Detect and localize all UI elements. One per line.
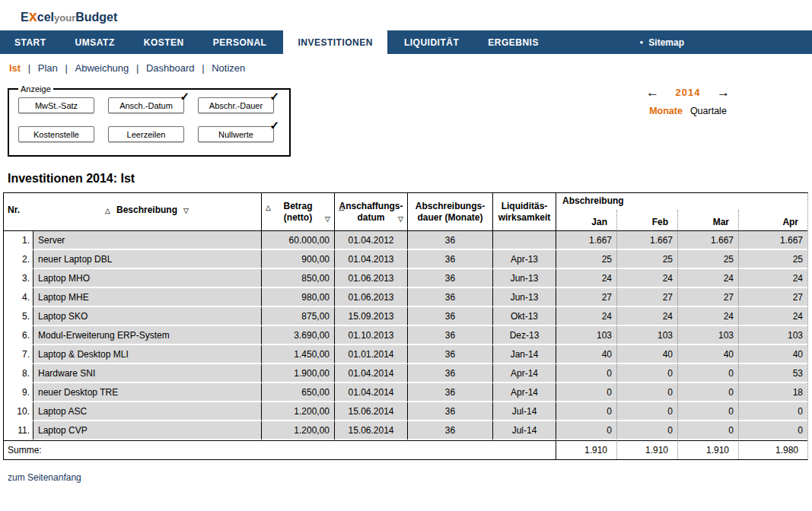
cell-monatswert-jan: 40 bbox=[556, 345, 616, 364]
cell-monatswert-feb: 0 bbox=[616, 383, 677, 402]
table-row: 6. Modul-Erweiterung ERP-System 3.690,00… bbox=[4, 326, 807, 345]
logo-part-e: E bbox=[21, 11, 29, 24]
table-row: 3. Laptop MHO 850,00 01.06.2013 36 Jun-1… bbox=[4, 269, 807, 288]
summe-feb: 1.910 bbox=[616, 440, 677, 459]
cell-anschaffungsdatum: 01.10.2013 bbox=[334, 326, 407, 345]
check-icon: ✓ bbox=[269, 119, 279, 132]
cell-monatswert-mar: 1.667 bbox=[677, 231, 738, 250]
cell-beschreibung: neuer Laptop DBL bbox=[33, 250, 261, 269]
view-monate[interactable]: Monate bbox=[649, 106, 683, 116]
row-number: 7. bbox=[4, 345, 33, 364]
back-to-top-link[interactable]: zum Seitenanfang bbox=[8, 472, 81, 483]
subnav-dashboard[interactable]: Dashboard bbox=[146, 62, 195, 74]
table-row: 5. Laptop SKO 875,00 15.09.2013 36 Okt-1… bbox=[4, 307, 807, 326]
cell-monatswert-apr: 0 bbox=[738, 421, 807, 440]
cell-monatswert-feb: 1.667 bbox=[616, 231, 677, 250]
cell-anschaffungsdatum: 01.04.2014 bbox=[334, 364, 407, 383]
sort-asc-icon[interactable]: △ bbox=[105, 207, 110, 214]
subnav-ist[interactable]: Ist bbox=[9, 62, 21, 74]
cell-betrag: 1.450,00 bbox=[261, 345, 334, 364]
subnav-plan[interactable]: Plan bbox=[38, 62, 58, 74]
tab-umsatz[interactable]: UMSATZ bbox=[63, 30, 127, 54]
cell-abschreibungsdauer: 36 bbox=[407, 269, 492, 288]
toggle-mwst-satz[interactable]: MwSt.-Satz bbox=[18, 97, 94, 113]
row-number: 3. bbox=[4, 269, 33, 288]
tab-investitionen[interactable]: INVESTITIONEN bbox=[283, 30, 387, 54]
summe-jan: 1.910 bbox=[556, 440, 616, 459]
summe-row: Summe: 1.910 1.910 1.910 1.980 bbox=[4, 440, 807, 459]
tab-liquiditaet[interactable]: LIQUIDITÄT bbox=[392, 30, 471, 54]
summe-mar: 1.910 bbox=[677, 440, 738, 459]
logo-part-budget: Budget bbox=[75, 11, 117, 24]
sort-desc-icon[interactable]: ▽ bbox=[325, 214, 330, 225]
separator: | bbox=[65, 62, 67, 74]
cell-abschreibungsdauer: 36 bbox=[407, 307, 492, 326]
separator: | bbox=[202, 62, 204, 74]
anzeige-legend: Anzeige bbox=[18, 84, 53, 94]
row-number: 5. bbox=[4, 307, 33, 326]
cell-monatswert-mar: 0 bbox=[677, 383, 738, 402]
cell-monatswert-apr: 53 bbox=[738, 364, 807, 383]
page-title: Investitionen 2014: Ist bbox=[8, 172, 812, 186]
view-quartale[interactable]: Quartale bbox=[690, 106, 727, 116]
separator: | bbox=[28, 62, 30, 74]
cell-beschreibung: Laptop MHE bbox=[33, 288, 261, 307]
toggle-nullwerte[interactable]: Nullwerte bbox=[198, 126, 274, 142]
sort-desc-icon[interactable]: ▽ bbox=[183, 207, 189, 214]
cell-betrag: 3.690,00 bbox=[261, 326, 334, 345]
table-row: 10. Laptop ASC 1.200,00 15.06.2014 36 Ju… bbox=[4, 402, 807, 421]
header-month-apr: Apr bbox=[738, 210, 807, 231]
table-row: 7. Laptop & Desktop MLI 1.450,00 01.01.2… bbox=[4, 345, 807, 364]
cell-betrag: 980,00 bbox=[261, 288, 334, 307]
sort-desc-icon[interactable]: ▽ bbox=[398, 214, 403, 225]
header-anschaffungsdatum: △Anschaffungs- datum▽ bbox=[334, 193, 407, 231]
header-liquiditaetswirksamkeit: Liquiditäs- wirksamkeit bbox=[492, 193, 556, 231]
header-anschaffung-line2: datum bbox=[358, 212, 385, 223]
cell-monatswert-feb: 24 bbox=[616, 269, 677, 288]
cell-monatswert-feb: 103 bbox=[616, 326, 677, 345]
toggle-ansch-datum[interactable]: Ansch.-Datum bbox=[108, 97, 184, 113]
cell-monatswert-feb: 25 bbox=[616, 250, 677, 269]
cell-monatswert-jan: 25 bbox=[556, 250, 616, 269]
subnav-notizen[interactable]: Notizen bbox=[212, 62, 245, 74]
cell-monatswert-apr: 0 bbox=[738, 402, 807, 421]
row-number: 9. bbox=[4, 383, 33, 402]
period-selector: ← 2014 → Monate Quartale bbox=[646, 86, 730, 116]
tab-personal[interactable]: PERSONAL bbox=[201, 30, 279, 54]
row-number: 2. bbox=[4, 250, 33, 269]
cell-betrag: 1.900,00 bbox=[261, 364, 334, 383]
cell-liquiditaetswirksamkeit bbox=[492, 231, 556, 250]
header-month-feb: Feb bbox=[616, 210, 677, 231]
header-dauer-line2: dauer (Monate) bbox=[408, 212, 492, 224]
cell-abschreibungsdauer: 36 bbox=[407, 421, 492, 440]
bullet-icon: ● bbox=[639, 40, 643, 46]
header-betrag-line2: (netto) bbox=[284, 212, 312, 223]
sitemap-link[interactable]: ● Sitemap bbox=[639, 30, 684, 54]
cell-monatswert-apr: 18 bbox=[738, 383, 807, 402]
subnav-abweichung[interactable]: Abweichung bbox=[75, 62, 129, 74]
cell-abschreibungsdauer: 36 bbox=[407, 326, 492, 345]
next-year-arrow[interactable]: → bbox=[717, 86, 730, 99]
check-icon: ✓ bbox=[269, 90, 279, 103]
cell-betrag: 60.000,00 bbox=[261, 231, 334, 250]
row-number: 1. bbox=[4, 231, 33, 250]
tab-start[interactable]: START bbox=[2, 30, 59, 54]
header-anschaffung-line1: Anschaffungs- bbox=[339, 201, 403, 211]
cell-liquiditaetswirksamkeit: Apr-14 bbox=[492, 383, 556, 402]
tab-ergebnis[interactable]: ERGEBNIS bbox=[476, 30, 551, 54]
prev-year-arrow[interactable]: ← bbox=[646, 86, 659, 99]
tab-kosten[interactable]: KOSTEN bbox=[132, 30, 196, 54]
toggle-leerzeilen[interactable]: Leerzeilen bbox=[108, 126, 184, 142]
header-dauer-line1: Abschreibungs- bbox=[408, 201, 492, 212]
summe-apr: 1.980 bbox=[738, 440, 807, 459]
app-logo[interactable]: ExcelyourBudget bbox=[21, 7, 812, 25]
header-betrag: △Betrag (netto)▽ bbox=[261, 193, 334, 231]
toggle-kostenstelle[interactable]: Kostenstelle bbox=[18, 126, 94, 142]
toggle-abschr-dauer[interactable]: Abschr.-Dauer bbox=[198, 97, 274, 113]
main-navigation: START UMSATZ KOSTEN PERSONAL INVESTITION… bbox=[0, 30, 812, 54]
cell-beschreibung: Laptop ASC bbox=[33, 402, 261, 421]
row-number: 10. bbox=[4, 402, 33, 421]
cell-monatswert-apr: 24 bbox=[738, 307, 807, 326]
cell-anschaffungsdatum: 01.01.2014 bbox=[334, 345, 407, 364]
cell-monatswert-mar: 40 bbox=[677, 345, 738, 364]
